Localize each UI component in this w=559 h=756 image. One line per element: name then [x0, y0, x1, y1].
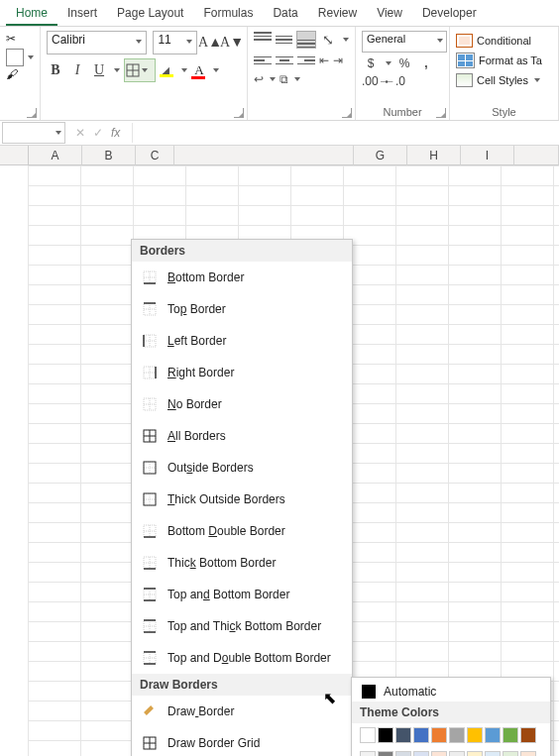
- column-header[interactable]: C: [136, 146, 174, 165]
- color-swatch[interactable]: [503, 751, 518, 756]
- align-left-button[interactable]: [254, 53, 272, 68]
- font-size-select[interactable]: 11: [153, 31, 197, 54]
- border-option-outside-borders[interactable]: Outside Borders: [132, 452, 352, 484]
- border-option-left-border[interactable]: Left Border: [132, 325, 352, 357]
- column-header[interactable]: G: [354, 146, 407, 165]
- align-bottom-button[interactable]: [296, 31, 316, 49]
- border-option-bottom-border[interactable]: Bottom Border: [132, 262, 352, 293]
- bold-button[interactable]: B: [47, 61, 64, 79]
- conditional-formatting-button[interactable]: Conditional: [456, 32, 552, 50]
- chevron-down-icon: [142, 68, 148, 72]
- border-option-top-and-double-bottom-border[interactable]: Top and Double Bottom Border: [132, 642, 352, 674]
- formula-input[interactable]: [132, 123, 559, 143]
- merge-button[interactable]: ⧉: [280, 72, 288, 86]
- decrease-decimal-button[interactable]: ←.0: [384, 74, 401, 88]
- color-swatch[interactable]: [395, 751, 411, 756]
- tab-home[interactable]: Home: [6, 4, 57, 26]
- color-swatch[interactable]: [360, 727, 376, 743]
- color-swatch[interactable]: [520, 727, 536, 743]
- border-option-right-border[interactable]: Right Border: [132, 357, 352, 388]
- border-option-top-and-thick-bottom-border[interactable]: Top and Thick Bottom Border: [132, 610, 352, 642]
- color-swatch[interactable]: [485, 751, 501, 756]
- color-swatch[interactable]: [431, 751, 447, 756]
- fx-icon[interactable]: fx: [111, 126, 120, 140]
- font-color-button[interactable]: A: [191, 62, 207, 78]
- italic-button[interactable]: I: [68, 61, 86, 79]
- select-all-corner[interactable]: [0, 146, 29, 165]
- border-option-no-border[interactable]: No Border: [132, 388, 352, 420]
- color-swatch[interactable]: [431, 727, 447, 743]
- border-option-all-borders[interactable]: All Borders: [132, 420, 352, 452]
- border-option-thick-outside-borders[interactable]: Thick Outside Borders: [132, 484, 352, 515]
- column-header[interactable]: H: [407, 146, 461, 165]
- enter-icon[interactable]: ✓: [93, 126, 103, 140]
- color-swatch[interactable]: [395, 727, 411, 743]
- font-name-select[interactable]: Calibri: [47, 31, 147, 54]
- border-option-draw-border[interactable]: Draw Border: [132, 696, 352, 727]
- color-swatch[interactable]: [413, 751, 429, 756]
- align-right-button[interactable]: [297, 53, 315, 68]
- column-header[interactable]: [514, 146, 559, 165]
- color-swatch[interactable]: [449, 727, 465, 743]
- scissors-icon: ✂: [6, 32, 22, 48]
- color-swatch[interactable]: [378, 751, 393, 756]
- group-styles: Conditional Format as Ta Cell Styles Sty…: [450, 27, 559, 120]
- dialog-launcher-icon[interactable]: [234, 108, 244, 118]
- worksheet-grid[interactable]: A B C G H I Borders Bottom BorderTop Bor…: [0, 146, 559, 756]
- cut-button[interactable]: ✂: [6, 31, 34, 49]
- color-swatch[interactable]: [485, 727, 501, 743]
- tab-data[interactable]: Data: [263, 4, 307, 26]
- border-option-draw-border-grid[interactable]: Draw Border Grid: [132, 727, 352, 756]
- color-swatch[interactable]: [360, 751, 376, 756]
- tab-insert[interactable]: Insert: [57, 4, 107, 26]
- increase-font-icon[interactable]: A▲: [201, 34, 219, 52]
- name-box[interactable]: [2, 122, 65, 144]
- number-format-select[interactable]: General: [362, 31, 447, 53]
- cell-styles-icon: [456, 73, 473, 87]
- tab-review[interactable]: Review: [308, 4, 367, 26]
- color-swatch[interactable]: [467, 751, 483, 756]
- tab-page-layout[interactable]: Page Layout: [107, 4, 193, 26]
- tab-view[interactable]: View: [367, 4, 412, 26]
- color-swatch[interactable]: [378, 727, 393, 743]
- align-top-button[interactable]: [254, 32, 272, 48]
- automatic-color-button[interactable]: Automatic: [352, 682, 550, 702]
- column-header[interactable]: B: [82, 146, 136, 165]
- borders-button[interactable]: [124, 58, 156, 82]
- border-option-bottom-double-border[interactable]: Bottom Double Border: [132, 515, 352, 547]
- column-header[interactable]: I: [461, 146, 514, 165]
- color-swatch[interactable]: [449, 751, 465, 756]
- percent-button[interactable]: %: [395, 56, 413, 70]
- underline-button[interactable]: U: [90, 61, 108, 79]
- tab-developer[interactable]: Developer: [412, 4, 487, 26]
- format-as-table-button[interactable]: Format as Ta: [456, 52, 552, 69]
- increase-indent-button[interactable]: ⇥: [333, 54, 343, 67]
- border-option-top-and-bottom-border[interactable]: Top and Bottom Border: [132, 579, 352, 610]
- border-option-thick-bottom-border[interactable]: Thick Bottom Border: [132, 547, 352, 579]
- align-middle-button[interactable]: [276, 32, 293, 48]
- dialog-launcher-icon[interactable]: [436, 108, 446, 118]
- dialog-launcher-icon[interactable]: [27, 108, 37, 118]
- border-option-top-border[interactable]: Top Border: [132, 293, 352, 325]
- chevron-down-icon: [181, 68, 187, 72]
- cancel-icon[interactable]: ✕: [75, 126, 85, 140]
- cell-styles-button[interactable]: Cell Styles: [456, 71, 552, 89]
- decrease-font-icon[interactable]: A▼: [223, 34, 241, 52]
- wrap-text-button[interactable]: ↩: [254, 72, 264, 86]
- dialog-launcher-icon[interactable]: [342, 108, 352, 118]
- color-swatch[interactable]: [503, 727, 518, 743]
- column-header[interactable]: A: [29, 146, 82, 165]
- accounting-button[interactable]: $: [362, 56, 380, 70]
- format-painter-button[interactable]: 🖌: [6, 66, 34, 84]
- fill-color-button[interactable]: ◢: [160, 63, 175, 77]
- decrease-indent-button[interactable]: ⇤: [319, 54, 329, 67]
- copy-button[interactable]: [6, 49, 34, 66]
- color-swatch[interactable]: [467, 727, 483, 743]
- align-center-button[interactable]: [276, 53, 293, 68]
- orientation-button[interactable]: ⤡: [320, 31, 338, 49]
- comma-button[interactable]: ,: [417, 56, 435, 70]
- increase-decimal-button[interactable]: .00→: [362, 74, 380, 88]
- color-swatch[interactable]: [413, 727, 429, 743]
- color-swatch[interactable]: [520, 751, 536, 756]
- tab-formulas[interactable]: Formulas: [193, 4, 263, 26]
